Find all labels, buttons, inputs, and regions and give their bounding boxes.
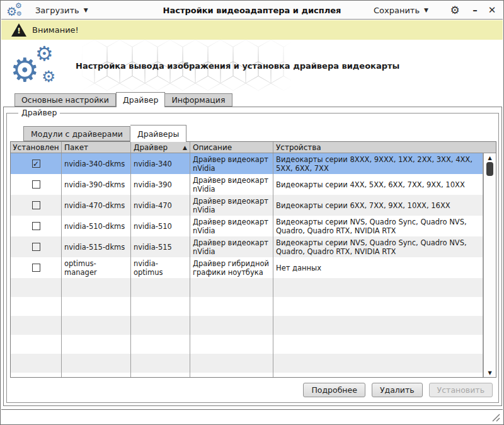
description-cell: Драйвер видеокарт nVidia [190,216,273,236]
description-cell: Драйвер видеокарт nVidia [190,174,273,195]
minimize-icon: – [472,4,478,16]
load-menu-label: Загрузить [35,6,79,15]
vertical-scrollbar[interactable]: ▲ ▼ [483,153,496,377]
package-cell: nvidia-390-dkms [62,174,131,195]
driver-cell: nvidia-340 [131,153,190,174]
title-bar: ⚙ ⚙ ⚙ Загрузить ▼ Настройки видеоадаптер… [1,1,503,20]
scroll-down-icon[interactable]: ▼ [484,369,496,376]
column-header-package[interactable]: Пакет [62,142,131,153]
warning-text: Внимание! [32,25,79,35]
minimize-button[interactable]: – [467,1,483,20]
installed-checkbox[interactable] [32,243,40,251]
installed-checkbox[interactable]: ✓ [32,160,40,168]
package-cell: nvidia-470-dkms [62,195,131,216]
driver-cell: nvidia-515 [131,236,190,257]
column-header-devices[interactable]: Устройства [273,142,483,153]
empty-table-row [11,335,496,354]
status-bar [1,409,503,424]
package-cell: nvidia-340-dkms [62,153,131,174]
app-logo-gears-icon: ⚙ ⚙ ⚙ [10,44,71,90]
warning-banner: ! Внимание! [1,20,503,40]
table-row[interactable]: ✓ nvidia-340-dkms nvidia-340 Драйвер вид… [11,153,496,174]
remove-button[interactable]: Удалить [372,383,423,397]
driver-groupbox: Драйвер Модули с драйверами Драйверы Уст… [6,113,499,403]
description-cell: Драйвер видеокарт nVidia [190,236,273,257]
empty-table-row [11,354,496,373]
driver-cell: nvidia-470 [131,195,190,216]
column-header-installed[interactable]: Установлен [11,142,62,153]
page-title: Настройка вывода изображения и установка… [76,61,399,71]
main-tab-bar: Основные настройки Драйвер Информация [14,92,232,107]
installed-checkbox[interactable] [32,201,40,209]
action-button-row: Подробнее Удалить Установить [303,383,493,397]
package-cell: nvidia-515-dkms [62,236,131,257]
warning-triangle-icon: ! [11,23,26,37]
subtab-drivers[interactable]: Драйверы [130,125,186,142]
devices-cell: Видеокарты серии 6XX, 7XX, 9XX, 10XX, 16… [273,195,483,216]
scroll-up-icon[interactable]: ▲ [484,154,496,161]
app-window: ⚙ ⚙ ⚙ Загрузить ▼ Настройки видеоадаптер… [0,0,504,425]
empty-table-row [11,297,496,316]
empty-table-row [11,278,496,297]
close-icon: ✕ [488,4,496,16]
subtab-driver-modules[interactable]: Модули с драйверами [23,126,130,141]
resize-grip[interactable] [490,413,500,422]
sort-ascending-icon: ▲ [183,144,187,151]
installed-checkbox[interactable] [32,264,40,272]
chevron-down-icon: ▼ [84,7,88,13]
devices-cell: Видеокарты серии NVS, Quadro Sync, Quadr… [273,236,483,257]
driver-cell: nvidia-510 [131,216,190,236]
package-cell: optimus-manager [62,257,131,278]
table-row[interactable]: optimus-manager nvidia-optimus Драйвер г… [11,257,496,278]
description-cell: Драйвер видеокарт nVidia [190,195,273,216]
save-menu-button[interactable]: Сохранить ▼ [370,1,432,20]
driver-cell: nvidia-optimus [131,257,190,278]
tab-main-settings[interactable]: Основные настройки [14,93,116,107]
driver-tab-page: Драйвер Модули с драйверами Драйверы Уст… [3,107,502,406]
table-header: Установлен Пакет Драйвер ▲ Описание Устр… [11,142,496,153]
drivers-table: Установлен Пакет Драйвер ▲ Описание Устр… [10,141,496,378]
driver-subtab-bar: Модули с драйверами Драйверы [23,124,186,141]
empty-table-row [11,316,496,335]
gear-icon: ⚙ [42,69,55,84]
page-header: ⚙ ⚙ ⚙ Настройка вывода изображения и уст… [1,40,503,92]
devices-cell: Видеокарты серии 4XX, 5XX, 6XX, 7XX, 9XX… [273,174,483,195]
tab-driver[interactable]: Драйвер [116,92,165,107]
table-body: ✓ nvidia-340-dkms nvidia-340 Драйвер вид… [11,153,496,378]
settings-gear-button[interactable]: ⚙ [446,1,464,20]
tab-information[interactable]: Информация [165,93,232,107]
table-row[interactable]: nvidia-470-dkms nvidia-470 Драйвер видео… [11,195,496,216]
table-row[interactable]: nvidia-515-dkms nvidia-515 Драйвер видео… [11,236,496,257]
groupbox-label: Драйвер [18,108,60,117]
close-button[interactable]: ✕ [484,1,500,20]
gear-icon: ⚙ [15,2,22,9]
column-header-driver[interactable]: Драйвер ▲ [131,142,190,153]
empty-table-row [11,373,496,378]
details-button[interactable]: Подробнее [303,383,365,397]
description-cell: Драйвер гибридной графики ноутбука [190,257,273,278]
description-cell: Драйвер видеокарт nVidia [190,153,273,174]
install-button[interactable]: Установить [429,383,493,397]
gear-icon: ⚙ [35,44,54,64]
gear-icon: ⚙ [16,11,22,17]
chevron-down-icon: ▼ [424,7,428,13]
driver-cell: nvidia-390 [131,174,190,195]
table-row[interactable]: nvidia-510-dkms nvidia-510 Драйвер видео… [11,216,496,236]
installed-checkbox[interactable] [32,222,40,230]
package-cell: nvidia-510-dkms [62,216,131,236]
devices-cell: Видеокарты серии NVS, Quadro Sync, Quadr… [273,216,483,236]
devices-cell: Нет данных [273,257,483,278]
save-menu-label: Сохранить [374,6,420,15]
gear-icon: ⚙ [450,4,459,16]
table-row[interactable]: nvidia-390-dkms nvidia-390 Драйвер видео… [11,174,496,195]
devices-cell: Видеокарты серии 8XXX, 9XXX, 1XX, 2XX, 3… [273,153,483,174]
installed-checkbox[interactable] [32,180,40,189]
scrollbar-thumb[interactable] [486,162,493,176]
app-gears-icon: ⚙ ⚙ ⚙ [6,2,25,19]
column-header-description[interactable]: Описание [190,142,273,153]
load-menu-button[interactable]: Загрузить ▼ [32,1,92,20]
